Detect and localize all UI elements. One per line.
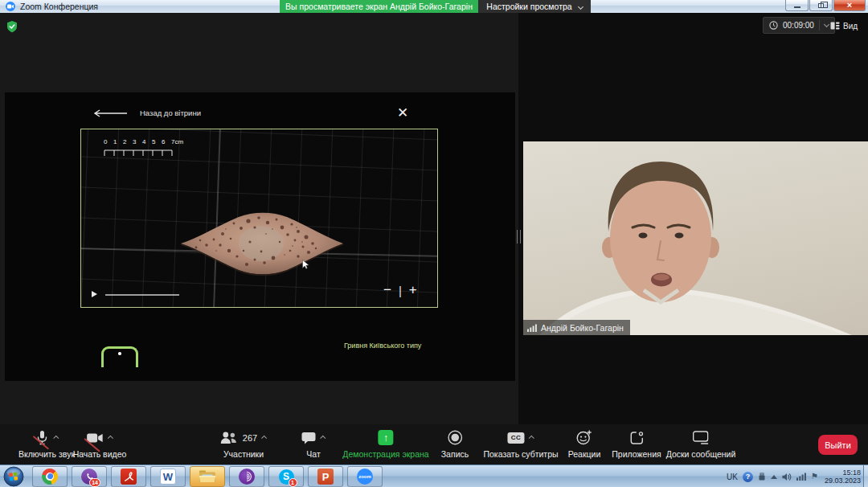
timer-separator: [819, 20, 820, 31]
taskbar-app-skype[interactable]: S 1: [268, 466, 304, 487]
captions-button[interactable]: CC Показать субтитры: [483, 429, 558, 459]
minimize-button[interactable]: [785, 0, 809, 11]
ruler-mark: 6: [162, 138, 171, 145]
chevron-up-icon[interactable]: [108, 436, 113, 441]
participants-button[interactable]: 267 Участники: [220, 429, 267, 459]
view-settings-button[interactable]: Настройки просмотра: [478, 0, 591, 13]
play-button[interactable]: [92, 291, 97, 297]
share-screen-icon: ↑: [378, 430, 393, 445]
taskbar-app-word[interactable]: W: [150, 466, 186, 487]
chat-label: Чат: [306, 449, 320, 459]
start-video-button[interactable]: Начать видео: [73, 429, 127, 459]
chevron-up-icon[interactable]: [53, 436, 59, 441]
volume-tray-icon[interactable]: [782, 473, 792, 481]
taskbar-app-viber[interactable]: 14: [72, 466, 107, 487]
zoom-meeting-window: Zoom Конференция Вы просматриваете экран…: [0, 0, 868, 487]
zoom-in-button[interactable]: +: [409, 282, 417, 298]
participant-portrait: [523, 141, 868, 335]
system-tray: UK ? ⚑ 15:18 29.03.2023: [727, 465, 862, 487]
start-button[interactable]: [3, 466, 24, 487]
timer-value: 00:09:00: [783, 21, 814, 30]
whiteboards-label: Доски сообщений: [666, 449, 736, 459]
back-control[interactable]: Назад до вітрини: [92, 108, 201, 117]
chevron-down-icon: [578, 3, 583, 9]
chat-icon: [301, 432, 316, 444]
clock-icon: [769, 21, 778, 30]
leave-meeting-button[interactable]: Выйти: [818, 435, 858, 455]
language-indicator[interactable]: UK: [727, 473, 738, 481]
view-button[interactable]: Вид: [830, 18, 858, 33]
apps-button[interactable]: Приложения: [612, 429, 661, 459]
restore-icon: [818, 3, 824, 8]
ruler-mark: 0: [104, 138, 113, 145]
zoom-app-icon: [6, 2, 15, 11]
ruler-mark: 7cm: [171, 138, 183, 145]
zoom-separator: |: [399, 284, 402, 297]
reactions-label: Реакции: [568, 449, 601, 459]
screen-share-banner: Вы просматриваете экран Андрій Бойко-Гаг…: [280, 0, 478, 13]
up-arrow-glyph: ↑: [383, 433, 388, 443]
mute-button[interactable]: Включить звук: [18, 429, 75, 459]
viewer-close-icon[interactable]: ✕: [397, 106, 408, 120]
whiteboards-button[interactable]: Доски сообщений: [666, 429, 736, 459]
ar-frame-icon: [101, 346, 138, 367]
hidden-icons-button[interactable]: [771, 475, 777, 479]
meeting-toolbar: Включить звук Начать видео 267 Участники…: [0, 424, 868, 464]
zoom-taskbar-icon: zoom: [357, 469, 373, 485]
action-center-icon[interactable]: ⚑: [811, 473, 818, 481]
mouse-cursor: [302, 260, 309, 269]
zoom-controls: − | +: [383, 282, 417, 298]
network-tray-icon[interactable]: [796, 473, 806, 481]
record-label: Запись: [441, 449, 469, 459]
captions-label: Показать субтитры: [483, 449, 558, 459]
minimize-icon: [794, 6, 800, 8]
viber-badge: 14: [89, 478, 100, 487]
chevron-up-icon[interactable]: [529, 436, 534, 441]
chevron-up-icon[interactable]: [261, 436, 267, 441]
apps-icon: [629, 431, 644, 445]
participants-icon: [220, 432, 237, 444]
word-icon: W: [160, 469, 176, 485]
clock-date: 29.03.2023: [825, 477, 861, 485]
record-button[interactable]: Запись: [441, 429, 469, 459]
participant-nametag: Андрій Бойко-Гагарін: [523, 320, 630, 335]
taskbar-app-tor[interactable]: [229, 466, 264, 487]
security-shield-icon[interactable]: [6, 21, 18, 36]
shared-screen: Назад до вітрини ✕ 0 1 2 3 4 5 6 7cm: [5, 92, 515, 381]
reactions-button[interactable]: Реакции: [568, 429, 601, 459]
zoom-out-button[interactable]: −: [383, 282, 391, 298]
chevron-up-icon[interactable]: [320, 436, 326, 441]
close-button[interactable]: ×: [833, 0, 866, 11]
ruler-mark: 1: [113, 138, 123, 145]
taskbar-app-acrobat[interactable]: [111, 466, 146, 487]
mute-label: Включить звук: [18, 449, 75, 459]
artifact-ingot: [178, 207, 346, 280]
powerpoint-icon: P: [317, 469, 334, 485]
artifact-3d-viewer[interactable]: 0 1 2 3 4 5 6 7cm: [80, 129, 438, 308]
usb-tray-icon[interactable]: [758, 473, 766, 481]
skype-badge: 1: [289, 478, 297, 487]
help-tray-icon[interactable]: ?: [743, 472, 753, 482]
apps-label: Приложения: [612, 449, 661, 459]
taskbar-app-explorer[interactable]: [190, 466, 225, 487]
acrobat-icon: [121, 469, 137, 485]
ruler-mark: 4: [142, 138, 152, 145]
restore-button[interactable]: [809, 0, 833, 11]
panel-resize-handle[interactable]: [517, 230, 521, 244]
view-label: Вид: [843, 22, 858, 31]
chat-button[interactable]: Чат: [301, 429, 326, 459]
share-screen-button[interactable]: ↑ Демонстрация экрана: [342, 429, 428, 459]
taskbar-app-powerpoint[interactable]: P: [308, 466, 343, 487]
taskbar-app-chrome[interactable]: [32, 466, 68, 487]
participant-video[interactable]: Андрій Бойко-Гагарін: [523, 141, 868, 335]
artifact-caption: Гривня Київського типу: [344, 342, 421, 350]
taskbar-app-zoom[interactable]: zoom: [347, 466, 383, 487]
ar-frame-dot: [118, 352, 121, 355]
meeting-timer[interactable]: 00:09:00: [763, 17, 835, 34]
show-desktop-button[interactable]: [863, 465, 868, 487]
chrome-icon: [40, 467, 59, 486]
rotation-progress-bar[interactable]: [105, 294, 179, 296]
folder-icon: [199, 469, 216, 484]
ruler-mark: 2: [123, 138, 133, 145]
taskbar-clock[interactable]: 15:18 29.03.2023: [823, 469, 862, 485]
